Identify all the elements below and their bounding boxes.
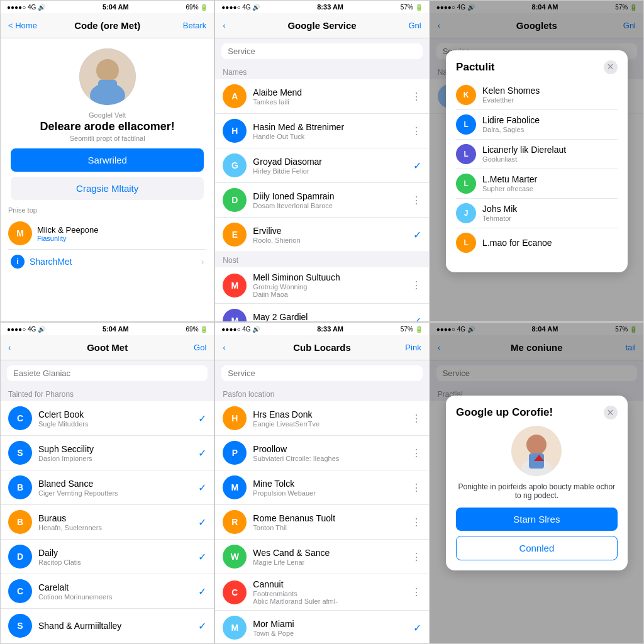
avatar: C [223, 580, 247, 604]
avatar: S [8, 441, 32, 465]
check-icon: ✓ [413, 160, 421, 172]
nav-title-bc: Cub Locards [260, 342, 383, 353]
back-button-bc[interactable]: ‹ [223, 343, 260, 352]
connled-button-br[interactable]: Connled [456, 536, 617, 560]
nav-action-bc[interactable]: Pink [384, 343, 421, 352]
search-bar-tc [215, 38, 428, 64]
more-icon[interactable]: ⋮ [411, 586, 421, 598]
popup-title-br: Google up Corofie! [456, 406, 553, 419]
list-item[interactable]: G Groyad Diasomar Hirley Bitdie Felior ✓ [215, 148, 428, 183]
avatar: M [223, 475, 247, 499]
list-item[interactable]: A Alaibe Mend Tamkes Iaili ⋮ [215, 79, 428, 114]
more-icon[interactable]: ⋮ [411, 413, 421, 425]
contact-name: Carelalt [38, 582, 192, 592]
avatar: M [223, 309, 247, 321]
list-item[interactable]: R Rome Benanus Tuolt Tonton Thil ⋮ [215, 505, 428, 540]
contact-sub: Racitop Clatis [38, 558, 192, 566]
popup-close-button-br[interactable]: × [604, 406, 618, 419]
contact-info: May 2 Gardiel Puns, Flour [253, 312, 406, 322]
nav-title-tl: Code (ore Met) [46, 20, 169, 31]
nav-action-bl[interactable]: Gol [169, 343, 206, 352]
list-item[interactable]: S Suph Seccility Dasion Impioners ✓ [1, 436, 214, 470]
more-icon[interactable]: ⋮ [411, 516, 421, 528]
avatar: K [456, 85, 476, 105]
signal-tl: ●●●●○ 4G 🔊 [7, 4, 45, 11]
contact-info: Cclert Book Sugle Mitudders [38, 409, 192, 428]
secondary-button[interactable]: Cragsie Mltaity [11, 177, 204, 200]
nav-action-tl[interactable]: Betark [169, 21, 206, 30]
list-item[interactable]: P Proollow Subviateri Ctrcoile: Ileaghes… [215, 436, 428, 470]
popup-header: Pactulit × [456, 60, 617, 74]
list-item[interactable]: E Ervilive Roolo, Shierion ✓ [215, 218, 428, 252]
avatar: M [223, 274, 247, 297]
more-icon[interactable]: ⋮ [411, 125, 421, 137]
popup-contact-item[interactable]: J Johs Mik Tehmator [456, 199, 617, 228]
popup-card-br: Google up Corofie! × Ponighte in poirfei… [446, 396, 627, 570]
avatar: E [223, 223, 247, 247]
more-icon[interactable]: ⋮ [411, 91, 421, 103]
sarwriled-button[interactable]: Sarwriled [11, 148, 204, 172]
contact-sub: Dosam Iteverlonal Baroce [253, 202, 404, 209]
list-item[interactable]: H Hasin Med & Btrenimer Handle Out Tuck … [215, 114, 428, 148]
contact-sub: Subviateri Ctrcoile: Ileaghes [253, 455, 404, 462]
popup-overlay-br[interactable]: Google up Corofie! × Ponighte in poirfei… [430, 323, 643, 643]
popup-contact-item[interactable]: K Kelen Shomes Evatetther [456, 80, 617, 110]
back-button-tc[interactable]: ‹ [223, 21, 260, 30]
svg-rect-3 [98, 80, 117, 96]
search-input-bl[interactable] [7, 365, 208, 381]
section-header-bc: Pasfon location [215, 386, 428, 401]
contact-sub: Goolunliast [482, 155, 617, 163]
praise-item[interactable]: M Miick & Peepone Fiasunlity [8, 218, 206, 250]
search-input-tc[interactable] [221, 43, 422, 59]
contact-info: Wes Cand & Sance Magie Life Lenar [253, 548, 404, 566]
contact-sub: Supher ofrecase [482, 185, 617, 192]
nav-action-tc[interactable]: Gnl [384, 21, 421, 30]
list-item[interactable]: W Wes Cand & Sance Magie Life Lenar ⋮ [215, 540, 428, 574]
search-input-bc[interactable] [221, 365, 422, 381]
popup-contact-item[interactable]: L L.mao for Ecanoe [456, 228, 617, 257]
chevron-icon: › [201, 257, 204, 267]
popup-contact-item[interactable]: L L.Metu Marter Supher ofrecase [456, 169, 617, 199]
status-bar-tc: ●●●●○ 4G 🔊 8:33 AM 57% 🔋 [215, 1, 428, 13]
list-item[interactable]: M Mine Tolck Propulsion Webauer ⋮ [215, 470, 428, 505]
time-bc: 8:33 AM [317, 325, 343, 333]
popup-contact-item[interactable]: L Licanerly lik Dierelaut Goolunliast [456, 140, 617, 169]
contact-sub: Handle Out Tuck [253, 133, 404, 140]
section-header-nost: Nost [215, 252, 428, 267]
list-item[interactable]: C Cannuit FootrenmiantsAblic Maitlorand … [215, 574, 428, 611]
list-item[interactable]: M May 2 Gardiel Puns, Flour ✓ [215, 304, 428, 321]
info-row[interactable]: i SharchMet › [8, 250, 206, 274]
list-item[interactable]: B Blaned Sance Ciger Vernting Repoutters… [1, 470, 214, 505]
contact-info: Kelen Shomes Evatetther [482, 86, 617, 104]
more-icon[interactable]: ⋮ [411, 447, 421, 459]
contact-name: Groyad Diasomar [253, 157, 406, 167]
battery-bc: 57% 🔋 [401, 326, 423, 333]
more-icon[interactable]: ⋮ [411, 279, 421, 291]
list-item[interactable]: S Shand & Aurmiiltalley ✓ [1, 609, 214, 643]
check-icon: ✓ [413, 315, 421, 322]
list-item[interactable]: D Diily Ioned Spamrain Dosam Iteverlonal… [215, 183, 428, 218]
start-button-br[interactable]: Starn Slres [456, 508, 617, 531]
battery-tl: 69% 🔋 [186, 4, 208, 11]
list-item[interactable]: C Cclert Book Sugle Mitudders ✓ [1, 401, 214, 436]
back-button-tl[interactable]: < Home [8, 21, 46, 30]
list-item[interactable]: C Carelalt Cotioon Morinunemeers ✓ [1, 574, 214, 609]
more-icon[interactable]: ⋮ [411, 482, 421, 494]
popup-contact-item[interactable]: L Lidire Fabolice Dalra, Sagies [456, 110, 617, 140]
popup-close-button[interactable]: × [604, 60, 618, 74]
contact-sub: FootrenmiantsAblic Maitlorand Suler afml… [253, 590, 404, 605]
list-item[interactable]: D Daily Racitop Clatis ✓ [1, 540, 214, 574]
list-item[interactable]: H Hrs Enas Donk Eangie LiveatSerrTve ⋮ [215, 401, 428, 436]
contact-info: Hrs Enas Donk Eangie LiveatSerrTve [253, 409, 404, 428]
contact-sub: Cotioon Morinunemeers [38, 593, 192, 601]
more-icon[interactable]: ⋮ [411, 551, 421, 563]
back-button-bl[interactable]: ‹ [8, 343, 46, 352]
list-item[interactable]: M Mor Miami Town & Pope ✓ [215, 611, 428, 643]
list-item[interactable]: M Mell Siminon Sultuuch Grotruig Wonning… [215, 267, 428, 304]
more-icon[interactable]: ⋮ [411, 194, 421, 206]
popup-overlay[interactable]: Pactulit × K Kelen Shomes Evatetther L L… [430, 1, 643, 321]
list-item[interactable]: B Buraus Henafn, Suelernners ✓ [1, 505, 214, 540]
signal-tc: ●●●●○ 4G 🔊 [221, 4, 260, 11]
avatar: B [8, 475, 32, 499]
nav-title-tc: Google Service [260, 20, 383, 31]
